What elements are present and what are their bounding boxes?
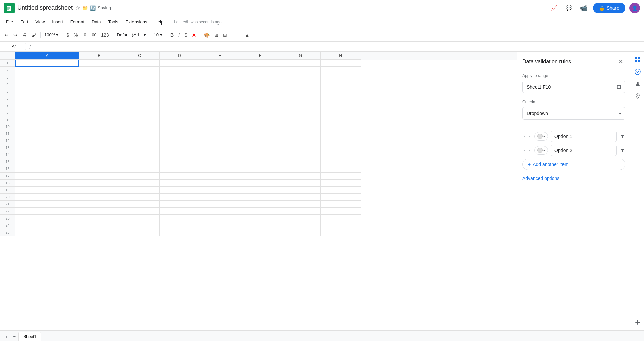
- cell-g13[interactable]: [280, 144, 321, 151]
- cell-e23[interactable]: [200, 215, 240, 222]
- cell-b16[interactable]: [79, 165, 119, 173]
- cell-h8[interactable]: [321, 109, 361, 116]
- cell-a17[interactable]: [15, 173, 79, 180]
- cell-d23[interactable]: [160, 215, 200, 222]
- cell-g2[interactable]: [280, 67, 321, 74]
- cell-g1[interactable]: [280, 60, 321, 67]
- cell-g19[interactable]: [280, 187, 321, 194]
- cell-a6[interactable]: [15, 95, 79, 102]
- col-header-f[interactable]: F: [240, 52, 280, 60]
- cell-h20[interactable]: [321, 194, 361, 201]
- panel-close-button[interactable]: ✕: [616, 57, 625, 66]
- cell-e2[interactable]: [200, 67, 240, 74]
- cell-c6[interactable]: [119, 95, 160, 102]
- drag-handle-2[interactable]: ⋮⋮: [522, 148, 532, 153]
- cell-h21[interactable]: [321, 201, 361, 208]
- cell-h16[interactable]: [321, 165, 361, 173]
- menu-edit[interactable]: Edit: [17, 18, 31, 26]
- bold-button[interactable]: B: [168, 31, 176, 39]
- undo-button[interactable]: ↩: [3, 31, 11, 39]
- cell-f7[interactable]: [240, 102, 280, 109]
- cell-g3[interactable]: [280, 74, 321, 81]
- activity-icon[interactable]: 📈: [549, 3, 559, 13]
- cell-f22[interactable]: [240, 208, 280, 215]
- formula-input[interactable]: [34, 44, 641, 49]
- cell-h15[interactable]: [321, 158, 361, 165]
- cell-e24[interactable]: [200, 222, 240, 229]
- cell-b7[interactable]: [79, 102, 119, 109]
- comments-icon[interactable]: 💬: [564, 3, 574, 13]
- cell-f10[interactable]: [240, 123, 280, 130]
- cell-a12[interactable]: [15, 137, 79, 144]
- cell-c3[interactable]: [119, 74, 160, 81]
- cell-a8[interactable]: [15, 109, 79, 116]
- item-input-2[interactable]: [551, 145, 617, 156]
- col-header-c[interactable]: C: [119, 52, 160, 60]
- cell-g5[interactable]: [280, 88, 321, 95]
- contacts-icon[interactable]: [632, 79, 643, 89]
- cell-e1[interactable]: [200, 60, 240, 67]
- col-header-g[interactable]: G: [280, 52, 321, 60]
- cell-e18[interactable]: [200, 180, 240, 187]
- cell-d12[interactable]: [160, 137, 200, 144]
- cell-f15[interactable]: [240, 158, 280, 165]
- cell-e12[interactable]: [200, 137, 240, 144]
- name-box[interactable]: [3, 43, 26, 50]
- cell-g7[interactable]: [280, 102, 321, 109]
- cell-b3[interactable]: [79, 74, 119, 81]
- more-toolbar-button[interactable]: ⋯: [233, 31, 242, 39]
- cell-a11[interactable]: [15, 130, 79, 137]
- cell-b6[interactable]: [79, 95, 119, 102]
- cell-a22[interactable]: [15, 208, 79, 215]
- cell-a1[interactable]: [15, 60, 79, 67]
- cell-e4[interactable]: [200, 81, 240, 88]
- cell-e17[interactable]: [200, 173, 240, 180]
- cell-f17[interactable]: [240, 173, 280, 180]
- cell-b9[interactable]: [79, 116, 119, 123]
- cell-c4[interactable]: [119, 81, 160, 88]
- cell-d2[interactable]: [160, 67, 200, 74]
- drag-handle-1[interactable]: ⋮⋮: [522, 134, 532, 139]
- cell-g20[interactable]: [280, 194, 321, 201]
- cell-c17[interactable]: [119, 173, 160, 180]
- cell-b12[interactable]: [79, 137, 119, 144]
- cell-c18[interactable]: [119, 180, 160, 187]
- cell-c15[interactable]: [119, 158, 160, 165]
- zoom-selector[interactable]: 100% ▾: [43, 31, 60, 38]
- cell-b1[interactable]: [79, 60, 119, 67]
- cell-h19[interactable]: [321, 187, 361, 194]
- cell-e9[interactable]: [200, 116, 240, 123]
- cell-c23[interactable]: [119, 215, 160, 222]
- cell-c5[interactable]: [119, 88, 160, 95]
- cell-a13[interactable]: [15, 144, 79, 151]
- item-input-1[interactable]: [551, 131, 617, 142]
- cell-e7[interactable]: [200, 102, 240, 109]
- cell-e10[interactable]: [200, 123, 240, 130]
- cell-a10[interactable]: [15, 123, 79, 130]
- cell-a18[interactable]: [15, 180, 79, 187]
- cell-b23[interactable]: [79, 215, 119, 222]
- cell-f20[interactable]: [240, 194, 280, 201]
- cell-h23[interactable]: [321, 215, 361, 222]
- cell-h9[interactable]: [321, 116, 361, 123]
- menu-help[interactable]: Help: [151, 18, 167, 26]
- menu-extensions[interactable]: Extensions: [122, 18, 151, 26]
- add-item-button[interactable]: + Add another item: [522, 159, 625, 170]
- cell-c12[interactable]: [119, 137, 160, 144]
- cell-c11[interactable]: [119, 130, 160, 137]
- cell-d11[interactable]: [160, 130, 200, 137]
- italic-button[interactable]: I: [176, 31, 182, 39]
- delete-item-2-button[interactable]: 🗑: [620, 146, 625, 155]
- cell-e20[interactable]: [200, 194, 240, 201]
- cell-h2[interactable]: [321, 67, 361, 74]
- cell-a25[interactable]: [15, 229, 79, 236]
- cell-h18[interactable]: [321, 180, 361, 187]
- cell-a7[interactable]: [15, 102, 79, 109]
- increase-decimals-button[interactable]: .00: [89, 31, 99, 39]
- cell-d13[interactable]: [160, 144, 200, 151]
- cell-b18[interactable]: [79, 180, 119, 187]
- star-icon[interactable]: ☆: [75, 5, 80, 11]
- cell-d1[interactable]: [160, 60, 200, 67]
- cell-g17[interactable]: [280, 173, 321, 180]
- cell-d19[interactable]: [160, 187, 200, 194]
